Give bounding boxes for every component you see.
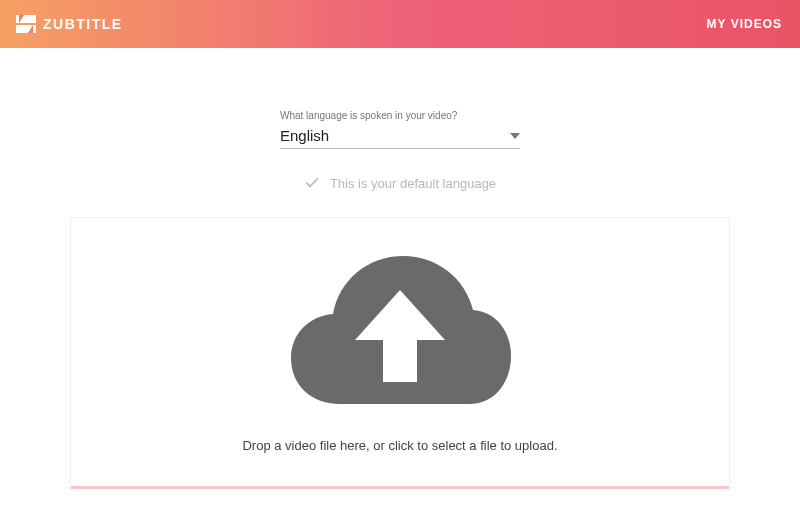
nav-my-videos[interactable]: MY VIDEOS [707,17,782,31]
dropzone-instruction: Drop a video file here, or click to sele… [242,438,557,453]
cloud-upload-icon [285,236,515,416]
brand-logo[interactable]: ZUBTITLE [16,15,123,33]
default-language-note: This is your default language [304,175,496,191]
language-selected-value: English [280,127,329,144]
chevron-down-icon [510,133,520,139]
main-content: What language is spoken in your video? E… [0,48,800,489]
svg-rect-5 [383,336,417,382]
zubtitle-logo-icon [16,15,36,33]
language-prompt-label: What language is spoken in your video? [280,110,520,121]
language-selector-block: What language is spoken in your video? E… [280,110,520,149]
app-header: ZUBTITLE MY VIDEOS [0,0,800,48]
check-icon [304,175,320,191]
default-language-text: This is your default language [330,176,496,191]
upload-dropzone[interactable]: Drop a video file here, or click to sele… [70,217,730,489]
language-select[interactable]: English [280,127,520,149]
brand-name: ZUBTITLE [43,16,123,32]
